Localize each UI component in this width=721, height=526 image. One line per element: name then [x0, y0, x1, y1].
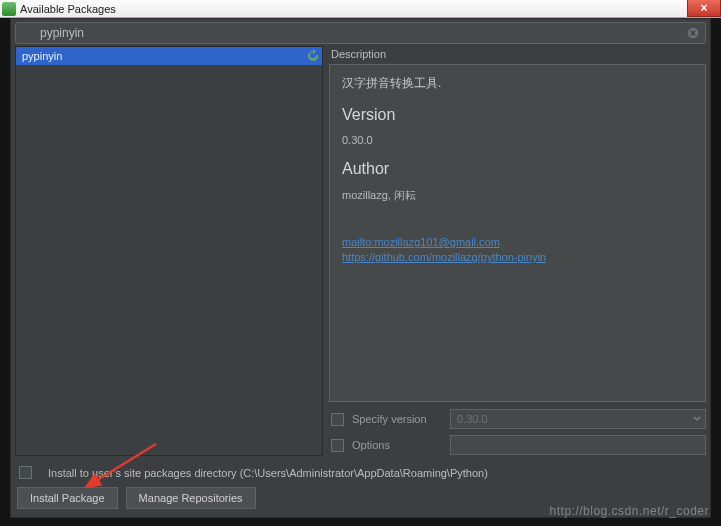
- search-wrap: [15, 22, 706, 44]
- search-row: [11, 19, 710, 46]
- results-pane: pypinyin: [15, 46, 323, 456]
- specify-version-label: Specify version: [352, 413, 450, 425]
- install-to-user-label: Install to user's site packages director…: [48, 467, 488, 479]
- close-button[interactable]: ×: [687, 0, 721, 17]
- install-package-button[interactable]: Install Package: [17, 487, 118, 509]
- window-title: Available Packages: [20, 3, 116, 15]
- refresh-icon[interactable]: [305, 48, 321, 64]
- options-checkbox[interactable]: [331, 439, 344, 452]
- description-box: 汉字拼音转换工具. Version 0.30.0 Author mozillaz…: [329, 64, 706, 402]
- specify-version-row: Specify version 0.30.0: [329, 408, 706, 430]
- detail-pane: Description 汉字拼音转换工具. Version 0.30.0 Aut…: [329, 46, 706, 456]
- author-heading: Author: [342, 160, 693, 178]
- list-item-label: pypinyin: [22, 50, 62, 62]
- link-email[interactable]: mailto:mozillazg101@gmail.com: [342, 235, 693, 250]
- install-to-user-checkbox[interactable]: [19, 466, 32, 479]
- options-label: Options: [352, 439, 450, 451]
- version-heading: Version: [342, 106, 693, 124]
- manage-repositories-button[interactable]: Manage Repositories: [126, 487, 256, 509]
- list-item[interactable]: pypinyin: [16, 47, 322, 65]
- version-value: 0.30.0: [342, 134, 693, 146]
- options-input[interactable]: [450, 435, 706, 455]
- options-area: Specify version 0.30.0 Options: [329, 408, 706, 456]
- clear-icon[interactable]: [686, 26, 700, 40]
- app-icon: [2, 2, 16, 16]
- watermark: http://blog.csdn.net/r_coder: [550, 504, 709, 518]
- titlebar: Available Packages ×: [0, 0, 721, 18]
- link-repo[interactable]: https://github.com/mozillazg/python-piny…: [342, 250, 693, 265]
- author-value: mozillazg, 闲耘: [342, 188, 693, 203]
- options-row: Options: [329, 434, 706, 456]
- description-summary: 汉字拼音转换工具.: [342, 75, 693, 92]
- specify-version-value: 0.30.0: [457, 413, 488, 425]
- search-input[interactable]: [15, 22, 706, 44]
- specify-version-select[interactable]: 0.30.0: [450, 409, 706, 429]
- dialog-window: Available Packages × pypinyin: [0, 0, 721, 526]
- description-label: Description: [329, 46, 706, 64]
- close-icon: ×: [700, 1, 707, 15]
- install-to-user-row: Install to user's site packages director…: [17, 466, 704, 479]
- chevron-down-icon: [693, 415, 701, 423]
- results-list[interactable]: pypinyin: [15, 46, 323, 456]
- body-split: pypinyin Description 汉字拼音转换工具. Version 0…: [11, 46, 710, 460]
- dialog-body: pypinyin Description 汉字拼音转换工具. Version 0…: [10, 18, 711, 518]
- specify-version-checkbox[interactable]: [331, 413, 344, 426]
